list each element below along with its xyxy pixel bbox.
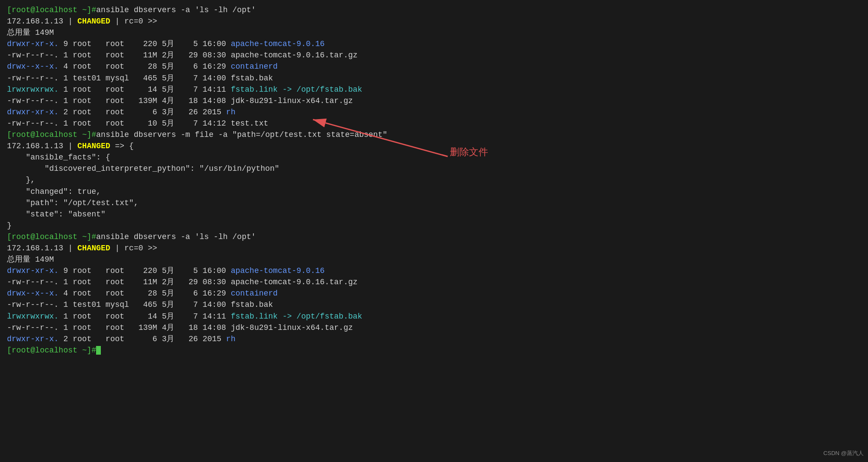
cmd-2: ansible dbservers -m file -a "path=/opt/… bbox=[96, 130, 387, 139]
perm: drwxr-xr-x. bbox=[7, 108, 59, 116]
json-1: "ansible_facts": { bbox=[7, 152, 861, 163]
ls-1-8: -rw-r--r--. 1 root root 10 5月 7 14:12 te… bbox=[7, 118, 861, 129]
perm: drwx--x--x. bbox=[7, 62, 59, 71]
json-6: "state": "absent" bbox=[7, 209, 861, 220]
ls-2-4: -rw-r--r--. 1 test01 mysql 465 5月 7 14:0… bbox=[7, 299, 861, 310]
watermark: CSDN @蒸汽人 bbox=[823, 449, 864, 458]
line-status-2: 172.168.1.13 | CHANGED => { bbox=[7, 140, 861, 152]
ls-2-2: -rw-r--r--. 1 root root 11M 2月 29 08:30 … bbox=[7, 276, 861, 288]
filename: rh bbox=[226, 108, 236, 116]
filename: containerd bbox=[231, 62, 278, 71]
filename: apache-tomcat-9.0.16 bbox=[231, 40, 325, 48]
rc-1: | rc=0 >> bbox=[110, 17, 157, 26]
json-3: }, bbox=[7, 174, 861, 186]
perm: -rw-r--r--. bbox=[7, 96, 59, 105]
ls-2-1: drwxr-xr-x. 9 root root 220 5月 5 16:00 a… bbox=[7, 265, 861, 276]
ls-1-7: drwxr-xr-x. 2 root root 6 3月 26 2015 rh bbox=[7, 106, 861, 118]
line-prompt-3: [root@localhost ~]#ansible dbservers -a … bbox=[7, 231, 861, 243]
prompt-user: root bbox=[12, 6, 30, 14]
cmd-3: ansible dbservers -a 'ls -lh /opt' bbox=[96, 233, 256, 241]
perm: -rw-r--r--. bbox=[7, 51, 59, 60]
total-1: 总用量 149M bbox=[7, 28, 54, 37]
line-total-2: 总用量 149M bbox=[7, 254, 861, 265]
changed-3: CHANGED bbox=[77, 244, 110, 253]
perm: drwxr-xr-x. bbox=[7, 40, 59, 48]
line-prompt-2: [root@localhost ~]#ansible dbservers -m … bbox=[7, 129, 861, 140]
ls-1-2: -rw-r--r--. 1 root root 11M 2月 29 08:30 … bbox=[7, 50, 861, 61]
prompt-bracket: [ bbox=[7, 6, 12, 14]
ls-1-4: -rw-r--r--. 1 test01 mysql 465 5月 7 14:0… bbox=[7, 73, 861, 84]
ls-2-7: drwxr-xr-x. 2 root root 6 3月 26 2015 rh bbox=[7, 333, 861, 345]
line-prompt-final: [root@localhost ~]# bbox=[7, 345, 861, 356]
prompt-tilde: ~ bbox=[82, 6, 87, 14]
ls-1-3: drwx--x--x. 4 root root 28 5月 6 16:29 co… bbox=[7, 61, 861, 72]
cmd-1: ansible dbservers -a 'ls -lh /opt' bbox=[96, 6, 256, 14]
line-status-3: 172.168.1.13 | CHANGED | rc=0 >> bbox=[7, 243, 861, 254]
ls-1-5: lrwxrwxrwx. 1 root root 14 5月 7 14:11 fs… bbox=[7, 84, 861, 95]
prompt-hash: # bbox=[92, 6, 96, 14]
json-2: "discovered_interpreter_python": "/usr/b… bbox=[7, 163, 861, 174]
filename: fstab.link -> /opt/fstab.bak bbox=[231, 85, 362, 94]
ls-1-6: -rw-r--r--. 1 root root 139M 4月 18 14:08… bbox=[7, 95, 861, 106]
line-1: [root@localhost ~]#ansible dbservers -a … bbox=[7, 4, 861, 16]
line-2: 172.168.1.13 | CHANGED | rc=0 >> bbox=[7, 16, 861, 27]
prompt-bracket-close: ] bbox=[87, 6, 92, 14]
changed-2: CHANGED bbox=[77, 142, 110, 150]
json-5: "path": "/opt/test.txt", bbox=[7, 197, 861, 209]
ls-1-1: drwxr-xr-x. 9 root root 220 5月 5 16:00 a… bbox=[7, 38, 861, 50]
annotation-text: 删除文件 bbox=[450, 146, 488, 160]
prompt-host: localhost bbox=[35, 6, 77, 14]
ls-2-3: drwx--x--x. 4 root root 28 5月 6 16:29 co… bbox=[7, 288, 861, 299]
terminal: [root@localhost ~]#ansible dbservers -a … bbox=[0, 0, 868, 462]
json-4: "changed": true, bbox=[7, 186, 861, 197]
ip-1: 172.168.1.13 | bbox=[7, 17, 77, 26]
changed-1: CHANGED bbox=[77, 17, 110, 26]
line-3: 总用量 149M bbox=[7, 27, 861, 38]
prompt-at: @ bbox=[30, 6, 35, 14]
ls-2-6: -rw-r--r--. 1 root root 139M 4月 18 14:08… bbox=[7, 322, 861, 333]
perm: -rw-r--r--. bbox=[7, 74, 59, 83]
perm: -rw-r--r--. bbox=[7, 119, 59, 128]
cursor bbox=[96, 346, 101, 355]
json-7: } bbox=[7, 220, 861, 231]
ls-2-5: lrwxrwxrwx. 1 root root 14 5月 7 14:11 fs… bbox=[7, 311, 861, 322]
perm: lrwxrwxrwx. bbox=[7, 85, 59, 94]
